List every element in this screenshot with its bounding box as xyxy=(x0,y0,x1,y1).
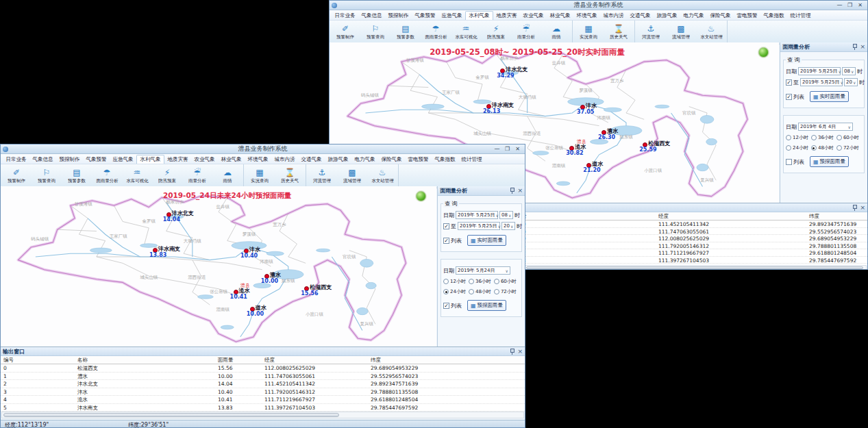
toolbar-areal-rainfall-analysis-button[interactable]: ☂面雨量分析 xyxy=(92,164,122,188)
menu-item-统计管理[interactable]: 统计管理 xyxy=(458,155,485,164)
menu-item-水利气象[interactable]: 水利气象 xyxy=(465,11,493,20)
map-locate-button[interactable] xyxy=(416,191,426,201)
table-row[interactable]: 5沣水南支13.83111.39726710450329.78544769759… xyxy=(1,404,525,412)
duration-option-36小时[interactable]: 36小时 xyxy=(811,134,836,141)
toolbar-rain-info-button[interactable]: ☁雨情 xyxy=(212,164,243,188)
to-checkbox[interactable]: ✓ xyxy=(443,223,449,229)
list-checkbox[interactable]: ✓ xyxy=(443,238,449,244)
list-checkbox[interactable]: ✓ xyxy=(786,94,792,100)
scrollbar-thumb[interactable] xyxy=(3,413,339,417)
duration-option-24小时[interactable]: 24小时 xyxy=(443,288,469,295)
pin-icon[interactable] xyxy=(510,188,514,194)
menu-item-农业气象[interactable]: 农业气象 xyxy=(520,12,547,20)
toolbar-rain-info-button[interactable]: ☁雨情 xyxy=(541,21,571,44)
menu-item-电力气象[interactable]: 电力气象 xyxy=(680,12,707,20)
titlebar[interactable]: 澧县业务制作系统 — ❐ ✕ xyxy=(1,144,525,154)
duration-option-72小时[interactable]: 72小时 xyxy=(494,288,519,295)
close-panel-icon[interactable]: × xyxy=(860,44,865,50)
menu-item-应急气象[interactable]: 应急气象 xyxy=(110,155,136,164)
menu-item-气象预警[interactable]: 气象预警 xyxy=(83,155,110,164)
menu-item-林业气象[interactable]: 林业气象 xyxy=(218,155,245,164)
toolbar-reservoir-visual-button[interactable]: ♒水库可视化 xyxy=(451,21,481,44)
menu-item-统计管理[interactable]: 统计管理 xyxy=(787,12,814,20)
from-date-select[interactable]: 2019年 5月25日∨ xyxy=(798,67,841,75)
menu-item-城市内涝[interactable]: 城市内涝 xyxy=(600,12,627,20)
menu-item-地质灾害[interactable]: 地质灾害 xyxy=(164,155,191,164)
menu-item-预报制作[interactable]: 预报制作 xyxy=(385,12,412,20)
pin-icon[interactable] xyxy=(852,205,857,211)
menu-item-保险气象[interactable]: 保险气象 xyxy=(378,155,405,164)
duration-option-72小时[interactable]: 72小时 xyxy=(836,144,862,151)
toolbar-flood-plan-button[interactable]: ⚡防汛预案 xyxy=(152,164,182,188)
menu-item-城市内涝[interactable]: 城市内涝 xyxy=(271,155,298,164)
realtime-rainfall-button[interactable]: ▦实时面雨量 xyxy=(467,235,506,246)
from-hour-select[interactable]: 08∨ xyxy=(842,67,856,75)
menu-item-气象信息[interactable]: 气象信息 xyxy=(29,155,56,164)
close-button[interactable]: ✕ xyxy=(855,1,865,10)
titlebar[interactable]: 澧县业务制作系统 — ❐ ✕ xyxy=(330,1,867,10)
duration-option-12小时[interactable]: 12小时 xyxy=(786,134,811,141)
toolbar-river-manage-button[interactable]: ⚓河流管理 xyxy=(307,164,337,188)
toolbar-history-weather-button[interactable]: ⌛历史天气 xyxy=(604,21,634,44)
menu-item-电力气象[interactable]: 电力气象 xyxy=(351,155,378,164)
toolbar-warning-params-button[interactable]: ▤预警参数 xyxy=(390,21,421,44)
from-hour-select[interactable]: 08∨ xyxy=(499,211,513,219)
column-header[interactable]: 纬度 xyxy=(371,357,381,364)
realtime-rainfall-button[interactable]: ▦实时面雨量 xyxy=(810,91,849,102)
forecast-date-select[interactable]: 2019年 6月 4日∨ xyxy=(798,123,853,131)
menu-item-日常业务[interactable]: 日常业务 xyxy=(3,155,29,164)
toolbar-warning-query-button[interactable]: ⚐预警查询 xyxy=(360,21,390,44)
toolbar-realtime-query-button[interactable]: ▦实况查询 xyxy=(573,21,604,44)
toolbar-warning-params-button[interactable]: ▤预警参数 xyxy=(62,164,92,188)
menu-item-交通气象[interactable]: 交通气象 xyxy=(298,155,325,164)
to-checkbox[interactable]: ✓ xyxy=(786,79,792,86)
toolbar-warning-query-button[interactable]: ⚐预警查询 xyxy=(32,164,62,188)
menu-item-环境气象[interactable]: 环境气象 xyxy=(245,155,271,164)
to-date-select[interactable]: 2019年 5月25日∨ xyxy=(800,78,843,86)
duration-option-60小时[interactable]: 60小时 xyxy=(836,134,862,141)
menu-item-气象信息[interactable]: 气象信息 xyxy=(358,12,385,20)
menu-item-环境气象[interactable]: 环境气象 xyxy=(573,12,600,20)
menu-item-林业气象[interactable]: 林业气象 xyxy=(547,12,573,20)
menu-item-交通气象[interactable]: 交通气象 xyxy=(627,12,654,20)
minimize-button[interactable]: — xyxy=(492,144,502,153)
menu-item-日常业务[interactable]: 日常业务 xyxy=(332,12,358,20)
toolbar-basin-manage-button[interactable]: ▩流域管理 xyxy=(666,21,696,44)
menu-item-保险气象[interactable]: 保险气象 xyxy=(707,12,734,20)
close-panel-icon[interactable]: × xyxy=(517,349,523,355)
map-area[interactable]: 2019-05_24日未来24小时预报面雨量 甘溪滩镇杨家坊乡盐井镇金罗镇码头铺… xyxy=(1,186,436,347)
menu-item-预报制作[interactable]: 预报制作 xyxy=(56,155,83,164)
forecast-list-checkbox[interactable] xyxy=(786,159,792,165)
column-header[interactable]: 编号 xyxy=(3,357,14,364)
menu-item-雷电预警[interactable]: 雷电预警 xyxy=(734,12,760,20)
maximize-button[interactable]: ❐ xyxy=(502,144,512,153)
toolbar-rain-analysis-button[interactable]: ☔雨量分析 xyxy=(511,21,541,44)
close-panel-icon[interactable]: × xyxy=(860,205,865,211)
duration-option-60小时[interactable]: 60小时 xyxy=(494,278,519,285)
menu-item-农业气象[interactable]: 农业气象 xyxy=(191,155,218,164)
horizontal-scrollbar[interactable] xyxy=(1,412,524,418)
toolbar-flood-plan-button[interactable]: ⚡防汛预案 xyxy=(481,21,511,44)
to-hour-select[interactable]: 20∨ xyxy=(844,78,858,86)
minimize-button[interactable]: — xyxy=(834,1,845,10)
scrollbar-thumb[interactable] xyxy=(526,266,863,269)
map-locate-button[interactable] xyxy=(758,47,769,58)
menu-item-旅游气象[interactable]: 旅游气象 xyxy=(654,12,680,20)
table-row[interactable]: 2沣水北支14.04111.45210541134229.89234757163… xyxy=(1,380,525,388)
toolbar-warning-make-button[interactable]: ✐预警制作 xyxy=(1,164,32,188)
toolbar-history-weather-button[interactable]: ⌛历史天气 xyxy=(275,164,305,188)
table-row[interactable]: 1澧水10.00111.74706305506129.552956574023 xyxy=(1,373,525,381)
close-panel-icon[interactable]: × xyxy=(517,188,523,194)
forecast-date-select[interactable]: 2019年 5月24日∨ xyxy=(456,266,510,275)
column-header[interactable]: 经度 xyxy=(658,213,669,220)
pin-icon[interactable] xyxy=(852,44,857,50)
menu-item-应急气象[interactable]: 应急气象 xyxy=(438,12,465,20)
duration-option-48小时[interactable]: 48小时 xyxy=(469,288,494,295)
duration-option-12小时[interactable]: 12小时 xyxy=(443,278,469,285)
toolbar-warning-make-button[interactable]: ✐预警制作 xyxy=(330,21,360,44)
forecast-rainfall-button[interactable]: ▦预报面雨量 xyxy=(467,300,506,311)
toolbar-reservoir-visual-button[interactable]: ♒水库可视化 xyxy=(122,164,152,188)
forecast-list-checkbox[interactable]: ✓ xyxy=(443,303,449,309)
menu-item-气象指数[interactable]: 气象指数 xyxy=(760,12,787,20)
close-button[interactable]: ✕ xyxy=(512,144,523,153)
